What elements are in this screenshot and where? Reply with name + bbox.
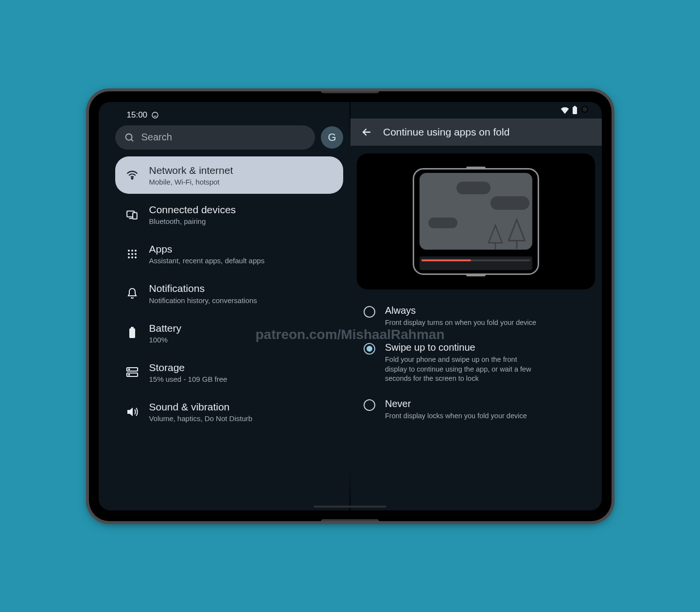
- settings-item-subtitle: Volume, haptics, Do Not Disturb: [149, 414, 253, 423]
- option-swipe-up[interactable]: Swipe up to continue Fold your phone and…: [357, 336, 595, 390]
- settings-item-title: Notifications: [149, 282, 257, 295]
- settings-item-subtitle: 15% used - 109 GB free: [149, 375, 228, 383]
- svg-rect-21: [574, 106, 576, 107]
- detail-header: Continue using apps on fold: [350, 119, 602, 146]
- svg-rect-20: [573, 107, 577, 114]
- screen: 15:00 Search G Network & i: [99, 102, 602, 510]
- radio-icon: [364, 306, 375, 318]
- hinge-bottom: [321, 519, 379, 521]
- settings-item-title: Battery: [149, 322, 182, 335]
- apps-icon: [125, 247, 140, 261]
- settings-item-title: Connected devices: [149, 204, 236, 216]
- battery-status-icon: [572, 106, 578, 115]
- svg-point-19: [128, 374, 129, 375]
- option-subtitle: Front display turns on when you fold you…: [385, 318, 536, 328]
- option-subtitle: Fold your phone and swipe up on the fron…: [385, 355, 541, 384]
- svg-point-18: [128, 369, 129, 370]
- illustration-card: [357, 153, 595, 289]
- search-placeholder: Search: [141, 132, 172, 143]
- svg-rect-15: [131, 327, 134, 329]
- svg-point-2: [131, 178, 133, 179]
- option-title: Never: [385, 398, 527, 409]
- bell-icon: [125, 286, 140, 301]
- status-bar-right: [350, 102, 602, 119]
- wifi-icon: [125, 168, 140, 182]
- device-frame: 15:00 Search G Network & i: [89, 91, 612, 521]
- svg-point-12: [131, 256, 133, 258]
- settings-item-subtitle: Assistant, recent apps, default apps: [149, 256, 265, 265]
- option-always[interactable]: Always Front display turns on when you f…: [357, 299, 595, 334]
- option-never[interactable]: Never Front display locks when you fold …: [357, 392, 595, 427]
- options-list: Always Front display turns on when you f…: [357, 299, 595, 427]
- radio-icon: [364, 399, 375, 411]
- svg-point-11: [128, 256, 130, 258]
- svg-point-6: [131, 250, 133, 252]
- settings-item-notifications[interactable]: Notifications Notification history, conv…: [115, 274, 344, 312]
- storage-icon: [125, 365, 140, 379]
- back-button[interactable]: [361, 126, 372, 138]
- detail-body: Always Front display turns on when you f…: [350, 146, 602, 510]
- settings-detail-pane: Continue using apps on fold: [350, 102, 602, 510]
- option-title: Always: [385, 305, 536, 316]
- search-row: Search G: [115, 125, 344, 150]
- svg-point-0: [152, 112, 158, 118]
- status-bar-left: 15:00: [115, 107, 344, 123]
- detail-title: Continue using apps on fold: [383, 126, 509, 138]
- settings-item-network[interactable]: Network & internet Mobile, Wi-Fi, hotspo…: [115, 156, 344, 194]
- settings-item-title: Storage: [149, 361, 228, 374]
- radio-icon: [364, 343, 375, 355]
- avatar-letter: G: [328, 131, 336, 144]
- settings-item-connected-devices[interactable]: Connected devices Bluetooth, pairing: [115, 196, 344, 233]
- battery-icon: [125, 325, 140, 340]
- settings-item-subtitle: 100%: [149, 336, 182, 344]
- sound-icon: [125, 405, 140, 419]
- svg-point-5: [128, 250, 130, 252]
- front-camera: [581, 106, 588, 113]
- settings-item-title: Network & internet: [149, 164, 233, 177]
- search-icon: [124, 132, 135, 143]
- navigation-handle[interactable]: [314, 506, 386, 508]
- settings-item-battery[interactable]: Battery 100%: [115, 314, 344, 352]
- status-icon: [151, 111, 159, 119]
- profile-avatar[interactable]: G: [321, 126, 343, 149]
- settings-item-title: Sound & vibration: [149, 401, 253, 413]
- settings-item-storage[interactable]: Storage 15% used - 109 GB free: [115, 354, 344, 391]
- svg-rect-14: [129, 328, 135, 338]
- search-input[interactable]: Search: [115, 125, 315, 150]
- status-time: 15:00: [127, 110, 148, 120]
- svg-point-9: [131, 253, 133, 255]
- hinge-top: [321, 91, 379, 93]
- settings-item-subtitle: Mobile, Wi-Fi, hotspot: [149, 178, 233, 186]
- svg-point-7: [135, 250, 137, 252]
- svg-rect-4: [133, 213, 137, 219]
- option-subtitle: Front display locks when you fold your d…: [385, 411, 527, 421]
- settings-item-apps[interactable]: Apps Assistant, recent apps, default app…: [115, 235, 344, 272]
- settings-item-subtitle: Notification history, conversations: [149, 296, 257, 305]
- back-arrow-icon: [361, 126, 372, 138]
- svg-point-13: [135, 256, 137, 258]
- wifi-status-icon: [560, 106, 569, 114]
- svg-point-10: [135, 253, 137, 255]
- svg-point-8: [128, 253, 130, 255]
- settings-item-title: Apps: [149, 243, 265, 255]
- settings-item-subtitle: Bluetooth, pairing: [149, 217, 236, 225]
- fold-illustration: [413, 168, 539, 275]
- settings-item-sound[interactable]: Sound & vibration Volume, haptics, Do No…: [115, 393, 344, 430]
- option-title: Swipe up to continue: [385, 342, 541, 353]
- settings-list: Network & internet Mobile, Wi-Fi, hotspo…: [115, 156, 344, 506]
- devices-icon: [125, 207, 140, 221]
- settings-list-pane: 15:00 Search G Network & i: [99, 102, 350, 510]
